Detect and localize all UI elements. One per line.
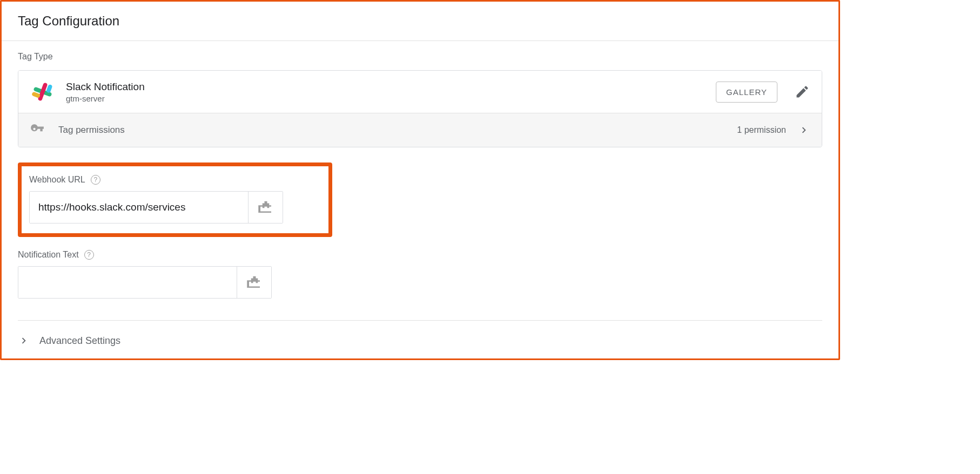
webhook-url-highlight: Webhook URL ? (18, 162, 332, 237)
webhook-label-row: Webhook URL ? (29, 175, 321, 185)
webhook-url-input[interactable] (30, 192, 248, 223)
tag-name: Slack Notification (66, 81, 716, 93)
tag-type-row: Slack Notification gtm-server GALLERY (18, 71, 822, 113)
notification-input-row (18, 266, 272, 299)
webhook-input-row (29, 191, 283, 224)
variable-picker-button[interactable] (248, 192, 283, 223)
tag-provider: gtm-server (66, 94, 716, 103)
permissions-count: 1 permission (737, 125, 786, 135)
notification-text-input[interactable] (18, 267, 237, 298)
permissions-label: Tag permissions (58, 125, 737, 136)
tag-type-label: Tag Type (18, 52, 822, 62)
help-icon[interactable]: ? (84, 250, 94, 260)
webhook-url-label: Webhook URL (29, 175, 85, 185)
key-icon (30, 123, 44, 137)
fields-section: Webhook URL ? Notification Text ? (2, 162, 838, 299)
tag-info: Slack Notification gtm-server (66, 81, 716, 103)
chevron-right-icon (18, 335, 30, 347)
tag-configuration-panel: Tag Configuration Tag Type Slack N (0, 0, 840, 360)
notification-text-field: Notification Text ? (18, 250, 822, 299)
variable-picker-button[interactable] (237, 267, 271, 298)
advanced-settings-row[interactable]: Advanced Settings (2, 321, 838, 358)
tag-type-card: Slack Notification gtm-server GALLERY Ta… (18, 70, 822, 147)
tag-type-section: Tag Type Slack Notification gtm- (2, 41, 838, 147)
notification-text-label: Notification Text (18, 250, 79, 260)
tag-permissions-row[interactable]: Tag permissions 1 permission (18, 113, 822, 147)
chevron-right-icon (798, 124, 810, 136)
edit-icon[interactable] (795, 84, 810, 99)
help-icon[interactable]: ? (91, 175, 100, 185)
advanced-settings-label: Advanced Settings (39, 335, 120, 347)
slack-icon (30, 79, 55, 104)
panel-title: Tag Configuration (2, 2, 838, 41)
notification-label-row: Notification Text ? (18, 250, 822, 260)
gallery-button[interactable]: GALLERY (716, 82, 777, 103)
